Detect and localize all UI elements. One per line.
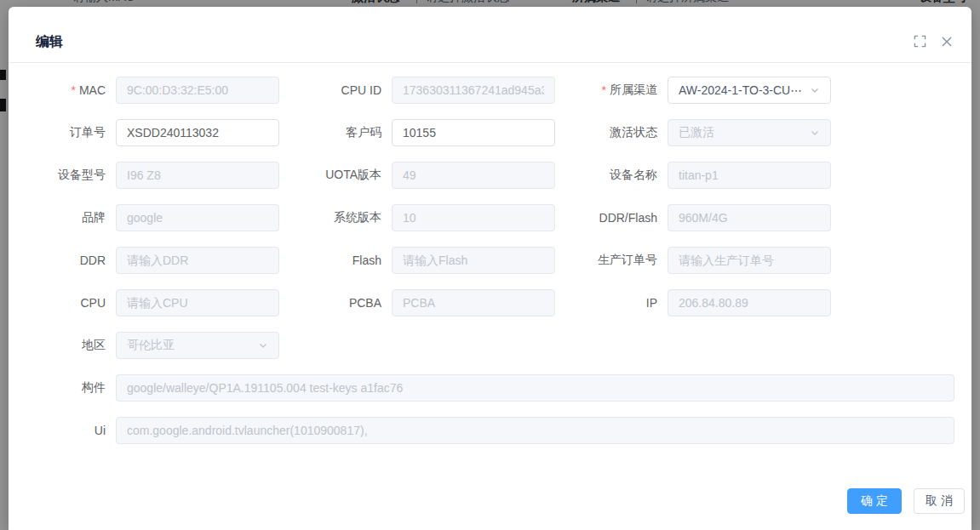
edit-form: * MAC CPU ID * 所属渠道 AW-2024-1-TO-3-CU⋯ — [9, 77, 971, 459]
form-row: * MAC CPU ID * 所属渠道 AW-2024-1-TO-3-CU⋯ — [9, 77, 971, 104]
required-asterisk: * — [71, 83, 75, 97]
fullscreen-icon[interactable] — [914, 35, 926, 48]
dialog-title: 编辑 — [36, 33, 63, 51]
form-row: DDR Flash 生产订单号 — [9, 247, 971, 274]
region-select-value: 哥伦比亚 — [127, 338, 175, 353]
field-label-device-name: 设备名称 — [555, 168, 668, 183]
brand-input — [116, 204, 279, 231]
form-row: Ui — [9, 417, 971, 444]
channel-select[interactable]: AW-2024-1-TO-3-CU⋯ — [668, 77, 831, 104]
mac-input — [116, 77, 279, 104]
form-row: CPU PCBA IP — [9, 289, 971, 316]
device-model-input — [116, 162, 279, 189]
field-label-ddr-flash: DDR/Flash — [555, 211, 668, 225]
chevron-down-icon — [810, 128, 820, 138]
field-label-order-no: 订单号 — [34, 125, 116, 140]
field-label-channel: * 所属渠道 — [555, 83, 668, 98]
required-asterisk: * — [602, 83, 606, 97]
cpu-input — [116, 289, 279, 316]
field-label-brand: 品牌 — [34, 210, 116, 225]
form-row: 订单号 客户码 激活状态 已激活 — [9, 119, 971, 146]
header-divider — [9, 62, 971, 63]
edit-dialog: 编辑 * MAC CPU ID — [9, 7, 971, 530]
field-label-customer-code: 客户码 — [279, 125, 392, 140]
field-label-pcba: PCBA — [279, 296, 392, 310]
field-label-flash: Flash — [279, 254, 392, 267]
channel-select-value: AW-2024-1-TO-3-CU⋯ — [679, 83, 802, 97]
form-row: 品牌 系统版本 DDR/Flash — [9, 204, 971, 231]
field-label-ui: Ui — [34, 424, 116, 437]
field-label-mac: * MAC — [34, 83, 116, 97]
customer-code-input[interactable] — [392, 119, 555, 146]
dialog-footer: 确 定 取 消 — [847, 488, 965, 514]
field-label-activation-status: 激活状态 — [555, 125, 668, 140]
device-name-input — [668, 162, 831, 189]
form-row: 设备型号 UOTA版本 设备名称 — [9, 162, 971, 189]
field-label-ddr: DDR — [34, 254, 116, 267]
field-label-system-version: 系统版本 — [279, 210, 392, 225]
field-label-device-model: 设备型号 — [34, 168, 116, 183]
cpu-id-input — [392, 77, 555, 104]
confirm-button[interactable]: 确 定 — [847, 488, 902, 514]
ip-input — [668, 289, 831, 316]
field-label-build: 构件 — [34, 380, 116, 396]
ui-input — [116, 417, 954, 444]
field-label-cpu: CPU — [34, 296, 116, 310]
field-label-ip: IP — [555, 296, 668, 310]
form-row: 构件 — [9, 374, 971, 402]
ddr-input — [116, 247, 279, 274]
ddr-flash-input — [668, 204, 831, 231]
form-row: 地区 哥伦比亚 — [9, 332, 971, 359]
activation-status-select: 已激活 — [668, 119, 831, 146]
cancel-button[interactable]: 取 消 — [914, 488, 965, 514]
build-input — [116, 374, 954, 402]
close-icon[interactable] — [941, 36, 953, 48]
region-select: 哥伦比亚 — [116, 332, 279, 359]
chevron-down-icon — [258, 340, 268, 350]
chevron-down-icon — [810, 85, 820, 95]
flash-input — [392, 247, 555, 274]
activation-status-value: 已激活 — [679, 125, 714, 140]
pcba-input — [392, 289, 555, 316]
system-version-input — [392, 204, 555, 231]
field-label-region: 地区 — [34, 338, 116, 353]
field-label-production-order-no: 生产订单号 — [555, 253, 668, 268]
field-label-cpu-id: CPU ID — [279, 83, 392, 97]
field-label-uota-version: UOTA版本 — [279, 168, 392, 183]
production-order-no-input — [668, 247, 831, 274]
uota-version-input — [392, 162, 555, 189]
order-no-input[interactable] — [116, 119, 279, 146]
